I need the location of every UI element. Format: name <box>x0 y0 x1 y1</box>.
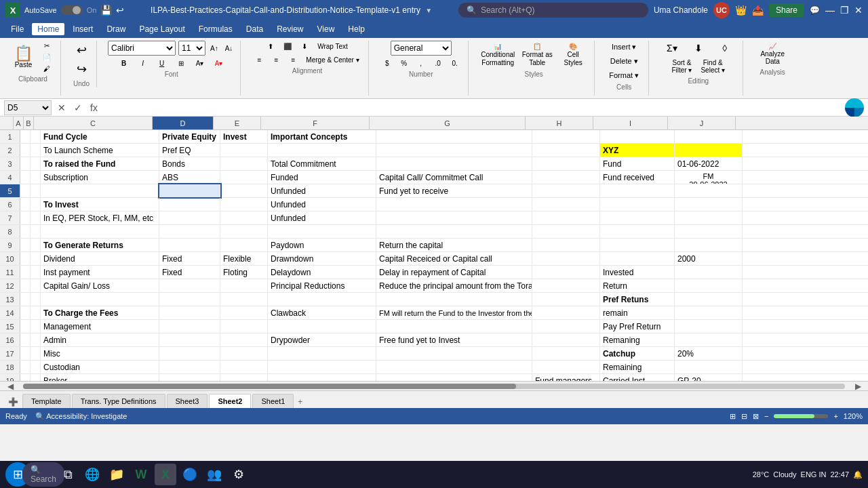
cell-i13[interactable]: Pref Retuns <box>600 293 675 306</box>
cell-g13[interactable] <box>376 293 532 306</box>
cell-g4[interactable]: Capital Call/ Commitmet Call <box>376 171 532 184</box>
cell-b13[interactable] <box>31 293 41 306</box>
cell-a17[interactable] <box>20 347 31 360</box>
fill-color-button[interactable]: A▾ <box>192 58 208 69</box>
cell-c4[interactable]: Subscription <box>41 171 159 184</box>
cell-c13[interactable] <box>41 293 159 306</box>
col-header-a[interactable]: A <box>14 117 24 129</box>
cell-f15[interactable] <box>268 320 376 333</box>
cell-e2[interactable] <box>220 144 268 157</box>
sort-filter-button[interactable]: Sort &Filter ▾ <box>668 57 695 76</box>
cell-c17[interactable]: Misc <box>41 347 159 360</box>
sheet-tab-sheet2[interactable]: Sheet2 <box>209 394 251 408</box>
scroll-right-btn[interactable]: ▶ <box>848 382 868 391</box>
cell-h19[interactable]: Fund managers <box>532 374 600 381</box>
cell-e15[interactable] <box>220 320 268 333</box>
align-left-button[interactable]: ≡ <box>252 54 267 66</box>
cell-d19[interactable] <box>159 374 220 381</box>
cell-i10[interactable] <box>600 252 675 265</box>
cell-b5[interactable] <box>31 184 41 197</box>
cell-a8[interactable] <box>20 225 31 238</box>
cell-j5[interactable] <box>675 184 743 197</box>
edge-icon[interactable]: 🌐 <box>81 464 103 485</box>
col-header-b[interactable]: B <box>24 117 34 129</box>
save-icon[interactable]: 💾 <box>100 5 112 16</box>
font-name-select[interactable]: Calibri <box>108 41 176 56</box>
cell-f6[interactable]: Unfunded <box>268 198 376 211</box>
font-color-button[interactable]: A▾ <box>211 58 227 69</box>
cell-g9[interactable]: Return the capital <box>376 239 532 251</box>
copy-button[interactable]: 📄 <box>39 52 55 62</box>
cell-j7[interactable] <box>675 211 743 224</box>
notification-icon[interactable]: 🔔 <box>853 470 863 479</box>
cell-f4[interactable]: Funded <box>268 171 376 184</box>
cell-d4[interactable]: ABS <box>159 171 220 184</box>
insert-cells-button[interactable]: Insert ▾ <box>606 41 643 54</box>
cell-f18[interactable] <box>268 361 376 373</box>
cell-e3[interactable] <box>220 157 268 170</box>
cell-d12[interactable] <box>159 279 220 292</box>
sum-button[interactable]: Σ▾ <box>660 41 684 56</box>
cell-j11[interactable] <box>675 266 743 279</box>
redo-button[interactable]: ↪ <box>69 60 94 79</box>
cell-g18[interactable] <box>376 361 532 373</box>
sheet-tab-sheet3[interactable]: Sheet3 <box>167 394 208 408</box>
underline-button[interactable]: U <box>154 58 170 69</box>
menu-help[interactable]: Help <box>342 23 370 35</box>
cell-b16[interactable] <box>31 333 41 346</box>
settings-icon[interactable]: ⚙ <box>228 464 250 485</box>
cell-f9[interactable]: Paydown <box>268 239 376 251</box>
cell-g14[interactable]: FM will return the Fund to the Investor … <box>376 306 532 319</box>
cell-c1[interactable]: Fund Cycle <box>41 130 159 143</box>
cell-g11[interactable]: Delay in repayment of Capital <box>376 266 532 279</box>
cell-a11[interactable] <box>20 266 31 279</box>
cell-b10[interactable] <box>31 252 41 265</box>
cell-a19[interactable] <box>20 374 31 381</box>
cell-e16[interactable] <box>220 333 268 346</box>
cell-j2[interactable] <box>675 144 743 157</box>
cell-j14[interactable] <box>675 306 743 319</box>
share-icon[interactable]: 📤 <box>752 5 764 16</box>
cell-e4[interactable] <box>220 171 268 184</box>
cell-i2[interactable]: XYZ <box>600 144 675 157</box>
cell-styles-button[interactable]: 🎨 Cell Styles <box>558 41 589 69</box>
cell-e8[interactable] <box>220 225 268 238</box>
formula-input[interactable] <box>104 102 841 114</box>
cell-d11[interactable]: Fixed <box>159 266 220 279</box>
cell-i4[interactable]: Fund received <box>600 171 675 184</box>
cell-a4[interactable] <box>20 171 31 184</box>
menu-file[interactable]: File <box>5 23 29 35</box>
currency-button[interactable]: $ <box>380 58 395 69</box>
dropdown-chevron[interactable]: ▼ <box>425 7 432 14</box>
font-increase-button[interactable]: A↑ <box>208 44 220 53</box>
cell-i8[interactable] <box>600 225 675 238</box>
cell-f14[interactable]: Clawback <box>268 306 376 319</box>
close-btn[interactable]: ✕ <box>854 5 863 16</box>
cell-a3[interactable] <box>20 157 31 170</box>
col-header-c[interactable]: C <box>34 117 153 129</box>
menu-page-layout[interactable]: Page Layout <box>134 23 190 35</box>
comma-button[interactable]: , <box>414 58 429 69</box>
cell-h2[interactable] <box>532 144 600 157</box>
scrollbar-thumb[interactable] <box>23 384 516 389</box>
search-bar[interactable]: 🔍 Search (Alt+Q) <box>458 3 648 18</box>
cell-h8[interactable] <box>532 225 600 238</box>
cell-e13[interactable] <box>220 293 268 306</box>
cell-f12[interactable]: Principal Reductions <box>268 279 376 292</box>
cell-d14[interactable] <box>159 306 220 319</box>
cell-i1[interactable] <box>600 130 675 143</box>
cut-button[interactable]: ✂ <box>39 41 55 51</box>
cell-h10[interactable] <box>532 252 600 265</box>
col-header-g[interactable]: G <box>370 117 526 129</box>
number-format-select[interactable]: General <box>391 41 452 56</box>
cell-a10[interactable] <box>20 252 31 265</box>
align-right-button[interactable]: ≡ <box>285 54 300 66</box>
cell-e18[interactable] <box>220 361 268 373</box>
zoom-in-btn[interactable]: + <box>833 412 837 420</box>
cell-i5[interactable] <box>600 184 675 197</box>
view-normal-icon[interactable]: ⊞ <box>730 412 736 421</box>
bold-button[interactable]: B <box>116 58 132 69</box>
cell-b7[interactable] <box>31 211 41 224</box>
find-select-button[interactable]: Find &Select ▾ <box>697 57 728 76</box>
cell-a7[interactable] <box>20 211 31 224</box>
